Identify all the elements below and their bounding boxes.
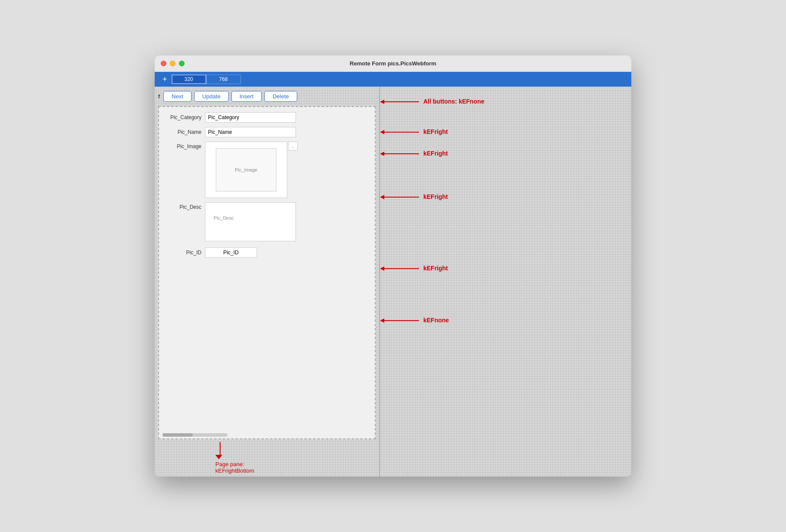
- svg-text:kEFright: kEFright: [423, 265, 448, 272]
- page-pane-line: [220, 442, 221, 455]
- window-title: Remote Form pics.PicsWebform: [350, 60, 436, 67]
- pic-category-label: Pic_Category: [162, 114, 201, 120]
- pic-desc-container: Pic_Desc: [205, 202, 296, 243]
- insert-button[interactable]: Insert: [231, 91, 262, 102]
- pic-name-label: Pic_Name: [162, 129, 201, 135]
- form-fields: Pic_Category Pic_Name Pic_Image: [159, 107, 375, 263]
- pic-id-input[interactable]: [205, 247, 257, 258]
- annotations-svg: All buttons: kEFnone kEFright kEFright k…: [380, 87, 631, 477]
- page-pane-text-container: Page pane: kEFrightBottom: [215, 461, 254, 474]
- right-panel: All buttons: kEFnone kEFright kEFright k…: [380, 87, 631, 477]
- close-button[interactable]: [161, 61, 166, 66]
- pic-desc-label: Pic_Desc: [162, 204, 201, 210]
- button-row: f Next Update Insert Delete: [155, 87, 379, 104]
- toolbar: + 320 768: [155, 72, 631, 87]
- pic-desc-input[interactable]: [205, 202, 296, 241]
- pic-desc-placeholder: Pic_Desc: [214, 215, 234, 221]
- update-button[interactable]: Update: [194, 91, 229, 102]
- horizontal-scrollbar[interactable]: [162, 433, 227, 437]
- minimize-button[interactable]: [170, 61, 175, 66]
- pic-id-label: Pic_ID: [162, 250, 201, 256]
- app-window: Remote Form pics.PicsWebform + 320 768 f…: [155, 55, 631, 477]
- pic-image-placeholder: Pic_Image: [216, 149, 276, 191]
- page-pane-label2: kEFrightBottom: [215, 467, 254, 474]
- pic-image-label: Pic_Image: [162, 143, 201, 149]
- left-panel: f Next Update Insert Delete Pic_Category…: [155, 87, 380, 477]
- svg-text:kEFright: kEFright: [423, 150, 448, 157]
- page-pane-annotation: Page pane: kEFrightBottom: [215, 442, 254, 474]
- svg-text:kEFnone: kEFnone: [423, 317, 449, 324]
- pic-image-inner: Pic_Image: [216, 148, 276, 191]
- svg-text:kEFright: kEFright: [423, 193, 448, 200]
- next-button[interactable]: Next: [163, 91, 192, 102]
- column-320[interactable]: 320: [172, 75, 206, 84]
- add-column-button[interactable]: +: [158, 75, 172, 84]
- svg-text:All buttons: kEFnone: All buttons: kEFnone: [423, 98, 484, 105]
- pic-category-row: Pic_Category: [162, 112, 371, 123]
- svg-marker-13: [380, 266, 384, 271]
- svg-marker-4: [380, 130, 384, 134]
- image-browse-button[interactable]: ..: [288, 142, 298, 150]
- pic-image-box: Pic_Image: [205, 142, 287, 198]
- pic-desc-row: Pic_Desc Pic_Desc: [162, 202, 371, 243]
- pic-image-row: Pic_Image Pic_Image ..: [162, 142, 371, 198]
- pic-image-area: Pic_Image ..: [205, 142, 298, 198]
- page-pane-arrow: [215, 455, 222, 459]
- scrollbar-thumb[interactable]: [162, 433, 193, 437]
- svg-marker-10: [380, 195, 384, 199]
- column-768[interactable]: 768: [206, 75, 241, 84]
- svg-marker-7: [380, 152, 384, 156]
- svg-marker-1: [380, 100, 384, 104]
- delete-button[interactable]: Delete: [264, 91, 297, 102]
- svg-text:kEFright: kEFright: [423, 128, 448, 135]
- page-pane-area: Page pane: kEFrightBottom: [155, 442, 379, 477]
- form-container: Pic_Category Pic_Name Pic_Image: [158, 106, 376, 439]
- f-label: f: [158, 94, 160, 100]
- page-pane-label1: Page pane:: [215, 461, 254, 467]
- main-content: f Next Update Insert Delete Pic_Category…: [155, 87, 631, 477]
- maximize-button[interactable]: [179, 61, 185, 66]
- pic-id-row: Pic_ID: [162, 247, 371, 258]
- traffic-lights: [161, 61, 185, 66]
- pic-name-row: Pic_Name: [162, 127, 371, 137]
- pic-name-input[interactable]: [205, 127, 296, 137]
- pic-category-input[interactable]: [205, 112, 296, 123]
- svg-marker-16: [380, 318, 384, 323]
- title-bar: Remote Form pics.PicsWebform: [155, 55, 631, 72]
